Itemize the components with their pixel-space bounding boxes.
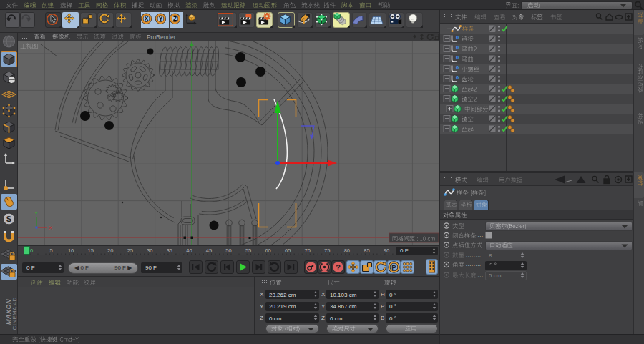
svg-text:X: X: [49, 225, 53, 231]
svg-text:?: ?: [336, 262, 341, 271]
svg-text:S: S: [6, 215, 11, 223]
svg-text:X: X: [144, 15, 148, 22]
svg-text:Z: Z: [172, 15, 176, 22]
svg-text:Y: Y: [158, 15, 162, 22]
svg-text:Y: Y: [34, 210, 39, 217]
svg-text:P: P: [391, 263, 396, 271]
